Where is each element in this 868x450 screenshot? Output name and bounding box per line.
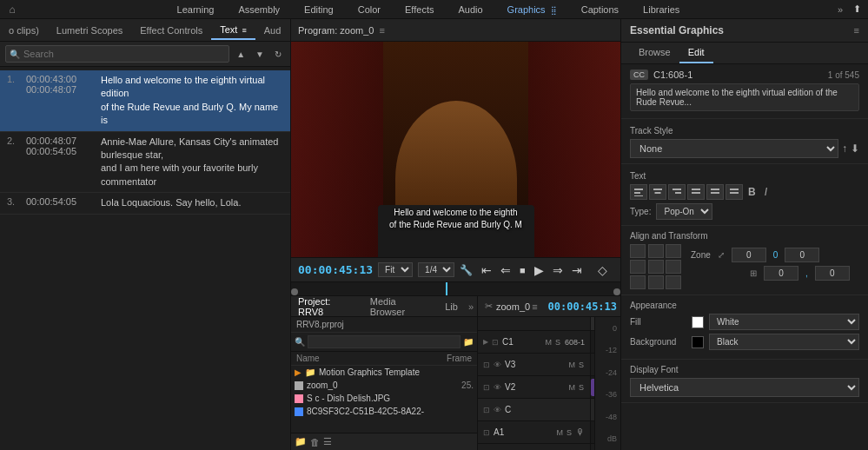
- export-icon[interactable]: ⬆: [853, 3, 861, 15]
- align-center-button[interactable]: [649, 184, 666, 200]
- subtitle-item[interactable]: 3. 00:00:54:05 Lola Loquacious. Say hell…: [0, 193, 290, 214]
- eye-icon[interactable]: 👁: [494, 406, 501, 414]
- track-row-a1[interactable]: [591, 421, 594, 444]
- track-sync-icon[interactable]: ⊡: [483, 428, 490, 437]
- nav-item-learning[interactable]: Learning: [165, 2, 227, 17]
- delete-icon[interactable]: 🗑: [310, 437, 320, 447]
- new-folder-icon[interactable]: 📁: [463, 337, 474, 347]
- tab-audio[interactable]: Aud: [255, 22, 290, 39]
- project-search-input[interactable]: [308, 335, 461, 348]
- track-style-up-button[interactable]: ↑: [842, 142, 847, 155]
- track-row-a2[interactable]: [591, 444, 594, 450]
- nav-item-color[interactable]: Color: [346, 2, 393, 17]
- zone-x-input[interactable]: [732, 248, 766, 262]
- nav-item-effects[interactable]: Effects: [393, 2, 446, 17]
- program-menu-icon[interactable]: ≡: [379, 25, 384, 36]
- eye-icon[interactable]: 👁: [494, 383, 501, 392]
- track-mute-v3[interactable]: M: [567, 361, 576, 369]
- nav-item-graphics[interactable]: Graphics ⣿: [495, 2, 569, 17]
- timeline-in-point[interactable]: [291, 288, 298, 295]
- track-solo-v3[interactable]: S: [578, 361, 585, 369]
- align-cell-mc[interactable]: [648, 260, 664, 274]
- track-row-c[interactable]: Ch 1: [591, 399, 594, 421]
- track-solo-v2[interactable]: S: [578, 383, 585, 392]
- track-sync-icon[interactable]: ⊡: [483, 383, 490, 392]
- refresh-button[interactable]: ↻: [271, 48, 285, 61]
- nav-item-libraries[interactable]: Libraries: [631, 2, 692, 17]
- tab-clips[interactable]: o clips): [0, 22, 48, 39]
- align-cell-bl[interactable]: [630, 275, 646, 289]
- subtitle-item[interactable]: 1. 00:00:43:00 00:00:48:07 Hello and wel…: [0, 70, 290, 132]
- wrench-icon[interactable]: 🔧: [460, 264, 473, 276]
- align-cell-tc[interactable]: [648, 244, 664, 258]
- align-cell-br[interactable]: [666, 275, 681, 289]
- align-justify-center-button[interactable]: [706, 184, 724, 200]
- background-color-swatch[interactable]: [692, 336, 704, 348]
- nav-item-editing[interactable]: Editing: [292, 2, 346, 17]
- list-item[interactable]: zoom_0 25.: [291, 379, 477, 392]
- add-marker-button[interactable]: ◇: [594, 261, 611, 279]
- essential-graphics-menu[interactable]: ≡: [854, 25, 859, 36]
- background-value-select[interactable]: Black: [709, 334, 859, 350]
- project-file-item[interactable]: RRV8.prproj: [291, 317, 477, 333]
- align-cell-mr[interactable]: [666, 260, 681, 274]
- play-button[interactable]: ▶: [531, 261, 547, 279]
- track-solo-c1[interactable]: S: [554, 338, 561, 347]
- eye-icon[interactable]: 👁: [494, 361, 501, 369]
- track-mute-c1[interactable]: M: [544, 338, 553, 347]
- fill-color-swatch[interactable]: [692, 316, 704, 328]
- nav-item-audio[interactable]: Audio: [446, 2, 494, 17]
- tab-text[interactable]: Text ≡: [211, 21, 255, 40]
- fit-select[interactable]: Fit: [378, 262, 413, 277]
- subtitle-item[interactable]: 2. 00:00:48:07 00:00:54:05 Annie-Mae All…: [0, 132, 290, 194]
- zone-y-input[interactable]: [785, 248, 819, 262]
- tab-libraries[interactable]: Lib: [438, 299, 465, 314]
- list-view-icon[interactable]: ☰: [323, 436, 332, 447]
- step-forward-button[interactable]: ⇒: [549, 261, 567, 279]
- collapse-icon[interactable]: ▶: [483, 338, 488, 346]
- go-to-out-button[interactable]: ⇥: [568, 261, 586, 279]
- track-style-select[interactable]: None: [630, 139, 838, 158]
- track-row-v3[interactable]: [591, 354, 594, 376]
- type-select[interactable]: Pop-On: [656, 203, 712, 220]
- align-justify-right-button[interactable]: [726, 184, 743, 200]
- nav-item-assembly[interactable]: Assembly: [226, 2, 292, 17]
- track-sync-icon[interactable]: ⊡: [483, 361, 490, 369]
- track-row-c1[interactable]: 608-1: [591, 331, 594, 354]
- list-item[interactable]: ▶ 📁 Motion Graphics Template: [291, 366, 477, 379]
- timeline-out-point[interactable]: [613, 288, 620, 295]
- video-clip-v2a[interactable]: [591, 379, 594, 396]
- track-solo-a1[interactable]: S: [566, 428, 573, 437]
- track-sync-icon[interactable]: ⊡: [483, 406, 490, 414]
- align-cell-ml[interactable]: [630, 260, 646, 274]
- tab-effect-controls[interactable]: Effect Controls: [131, 22, 211, 39]
- mic-icon[interactable]: 🎙: [576, 427, 585, 437]
- tab-project[interactable]: Project: RRV8: [291, 294, 363, 320]
- list-item[interactable]: S c - Dish Delish.JPG: [291, 392, 477, 405]
- search-input[interactable]: [23, 49, 225, 59]
- stop-button[interactable]: ■: [516, 263, 529, 277]
- tab-browse[interactable]: Browse: [630, 43, 679, 63]
- bold-button[interactable]: B: [745, 184, 759, 200]
- align-left-button[interactable]: [630, 184, 647, 200]
- mini-timeline[interactable]: [291, 281, 620, 295]
- tab-edit[interactable]: Edit: [679, 43, 713, 63]
- tab-media-browser[interactable]: Media Browser: [363, 294, 438, 320]
- track-style-download-button[interactable]: ⬇: [851, 142, 859, 155]
- tab-lumetri[interactable]: Lumetri Scopes: [48, 22, 131, 39]
- nav-item-captions[interactable]: Captions: [569, 2, 631, 17]
- zone-y2-input[interactable]: [815, 266, 850, 281]
- sort-down-button[interactable]: ▼: [252, 48, 268, 61]
- quality-select[interactable]: 1/4: [418, 262, 454, 277]
- align-cell-tl[interactable]: [630, 244, 646, 258]
- timeline-menu-icon[interactable]: ≡: [532, 301, 537, 312]
- home-icon[interactable]: ⌂: [0, 0, 24, 19]
- sort-up-button[interactable]: ▲: [233, 48, 248, 61]
- zone-x2-input[interactable]: [764, 266, 798, 281]
- go-to-in-button[interactable]: ⇤: [478, 261, 495, 279]
- list-item[interactable]: 8C9SF3C2-C51B-42C5-8A22-: [291, 405, 477, 418]
- align-cell-tr[interactable]: [666, 244, 681, 258]
- align-cell-bc[interactable]: [648, 275, 664, 289]
- track-mute-v2[interactable]: M: [567, 383, 576, 392]
- italic-button[interactable]: I: [761, 184, 771, 200]
